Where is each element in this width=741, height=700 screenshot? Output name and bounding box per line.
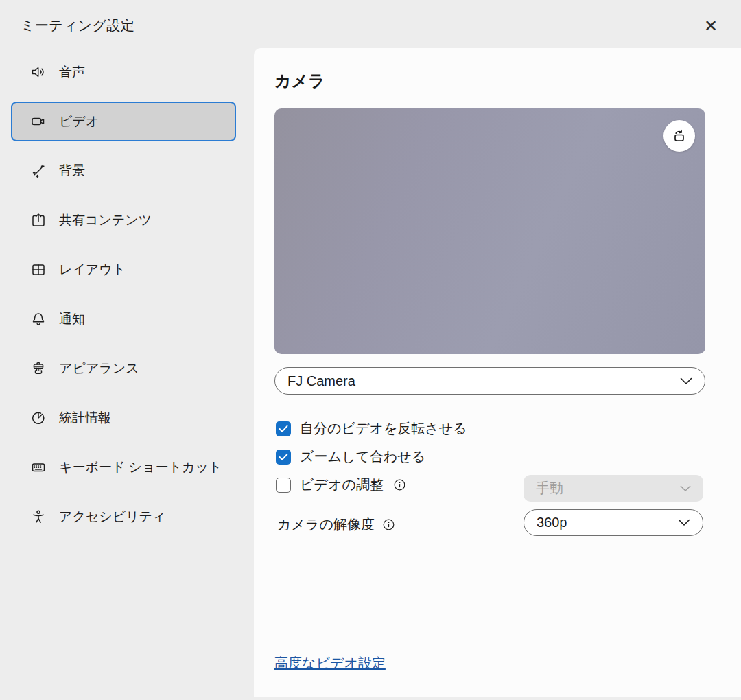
speaker-icon [30, 64, 47, 80]
layout-grid-icon [30, 261, 47, 278]
sidebar-item-statistics[interactable]: 統計情報 [11, 398, 236, 438]
mirror-video-label: 自分のビデオを反転させる [300, 419, 467, 438]
camera-resolution-row: カメラの解像度 [277, 515, 395, 534]
sidebar-item-label: キーボード ショートカット [59, 458, 222, 476]
camera-resolution-value: 360p [537, 515, 567, 530]
sidebar-item-keyboard-shortcuts[interactable]: キーボード ショートカット [11, 447, 236, 487]
statistics-icon [30, 410, 47, 426]
video-camera-icon [30, 113, 47, 130]
sidebar-item-notifications[interactable]: 通知 [11, 299, 236, 339]
advanced-video-settings-link[interactable]: 高度なビデオ設定 [274, 654, 386, 673]
magic-wand-icon [30, 163, 47, 179]
camera-preview [274, 108, 705, 354]
camera-device-value: FJ Camera [287, 373, 355, 389]
close-icon: ✕ [704, 16, 718, 36]
video-settings-panel: カメラ FJ Camera [254, 48, 741, 697]
chevron-down-icon [680, 485, 691, 492]
zoom-to-fit-checkbox[interactable] [276, 450, 291, 465]
share-content-icon [30, 212, 47, 229]
page-title: カメラ [274, 70, 325, 92]
sidebar-item-background[interactable]: 背景 [11, 151, 236, 191]
zoom-to-fit-label: ズームして合わせる [300, 447, 425, 466]
sidebar-item-share-content[interactable]: 共有コンテンツ [11, 200, 236, 240]
mirror-video-checkbox[interactable] [276, 421, 291, 436]
sidebar-item-label: レイアウト [59, 261, 126, 279]
video-adjustment-value: 手動 [536, 479, 563, 498]
chevron-down-icon [678, 519, 690, 526]
camera-resolution-select[interactable]: 360p [524, 509, 703, 536]
rotate-camera-button[interactable] [663, 120, 695, 152]
paintbrush-icon [30, 360, 47, 377]
video-adjustment-label: ビデオの調整 [300, 476, 384, 494]
meeting-settings-window: ミーティング設定 ✕ 音声 ビデオ [0, 0, 741, 700]
mirror-video-row: 自分のビデオを反転させる [276, 419, 467, 438]
accessibility-icon [30, 509, 47, 525]
sidebar-item-label: アピアランス [59, 360, 139, 377]
video-adjustment-checkbox[interactable] [276, 478, 291, 493]
video-adjustment-select: 手動 [524, 475, 703, 502]
window-title: ミーティング設定 [21, 16, 134, 35]
chevron-down-icon [680, 377, 692, 385]
checkmark-icon [279, 453, 288, 461]
sidebar-item-layout[interactable]: レイアウト [11, 250, 236, 290]
keyboard-icon [30, 459, 47, 476]
sidebar-item-label: 音声 [59, 63, 85, 81]
sidebar-item-label: 共有コンテンツ [59, 211, 152, 229]
sidebar-item-label: 通知 [59, 310, 85, 328]
sidebar-item-label: ビデオ [59, 113, 99, 130]
settings-sidebar: 音声 ビデオ 背景 共有コンテンツ [11, 52, 236, 546]
close-button[interactable]: ✕ [697, 12, 725, 40]
sidebar-item-label: 背景 [59, 162, 85, 180]
camera-resolution-label: カメラの解像度 [277, 515, 375, 534]
info-icon[interactable] [383, 519, 395, 530]
sidebar-item-video[interactable]: ビデオ [11, 102, 236, 141]
camera-device-select[interactable]: FJ Camera [274, 367, 705, 395]
checkmark-icon [279, 425, 288, 433]
sidebar-item-accessibility[interactable]: アクセシビリティ [11, 497, 236, 537]
rotate-camera-icon [670, 127, 688, 145]
sidebar-item-audio[interactable]: 音声 [11, 52, 236, 92]
sidebar-item-label: 統計情報 [59, 409, 111, 427]
bell-icon [30, 311, 47, 327]
info-icon[interactable] [394, 479, 405, 491]
sidebar-item-appearance[interactable]: アピアランス [11, 349, 236, 388]
sidebar-item-label: アクセシビリティ [59, 508, 166, 526]
video-adjustment-row: ビデオの調整 [276, 476, 405, 494]
zoom-to-fit-row: ズームして合わせる [276, 447, 425, 466]
